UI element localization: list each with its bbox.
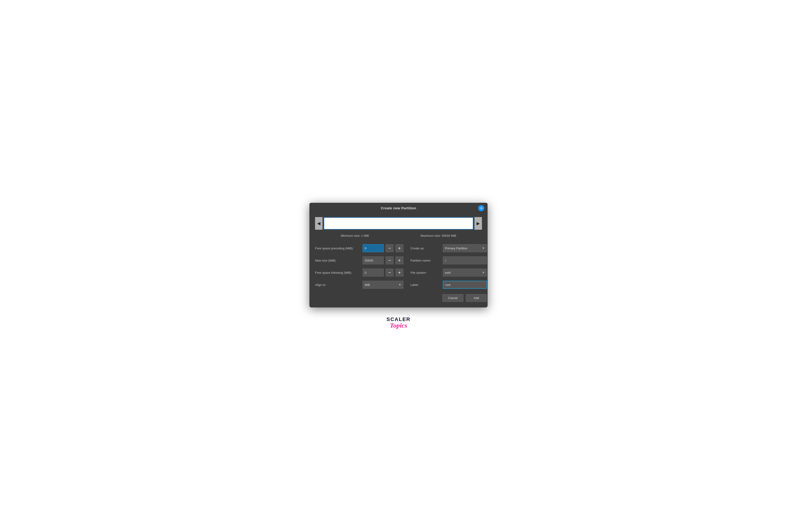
partition-bar-fill bbox=[324, 218, 473, 229]
file-system-label: File system: bbox=[411, 271, 441, 274]
free-space-following-label: Free space following (MiB): bbox=[315, 271, 361, 274]
create-as-value: Primary Partition bbox=[445, 247, 467, 250]
close-button[interactable]: × bbox=[478, 205, 484, 211]
min-size-label: Minimum size: 1 MiB bbox=[341, 234, 369, 238]
label-row: Label: bbox=[411, 279, 487, 291]
free-space-preceding-row: Free space preceding (MiB): − + bbox=[315, 242, 403, 254]
create-as-arrow: ▼ bbox=[482, 247, 485, 250]
free-space-following-row: Free space following (MiB): − + bbox=[315, 266, 403, 279]
file-system-row: File system: ext4 ▼ bbox=[411, 266, 487, 279]
label-input[interactable] bbox=[443, 281, 487, 289]
file-system-arrow: ▼ bbox=[482, 271, 485, 274]
right-arrow-button[interactable]: ▶ bbox=[474, 217, 482, 230]
left-section: Free space preceding (MiB): − + New size… bbox=[315, 242, 403, 302]
create-partition-dialog: Create new Partition × ◀ ▶ Minimum size:… bbox=[309, 203, 488, 307]
align-to-dropdown[interactable]: MiB ▼ bbox=[363, 281, 403, 289]
create-as-label: Create as: bbox=[411, 247, 441, 250]
logo-topics-text: Topics bbox=[390, 322, 407, 329]
add-button[interactable]: Add bbox=[466, 294, 487, 302]
right-section: Create as: Primary Partition ▼ Partition… bbox=[411, 242, 487, 302]
new-size-minus[interactable]: − bbox=[386, 256, 394, 264]
size-info: Minimum size: 1 MiB Maximum size: 50630 … bbox=[315, 234, 482, 238]
new-size-input[interactable] bbox=[363, 256, 384, 264]
free-space-following-plus[interactable]: + bbox=[396, 269, 403, 277]
free-space-preceding-minus[interactable]: − bbox=[386, 244, 394, 252]
partition-name-input[interactable] bbox=[443, 256, 487, 264]
dialog-content: ◀ ▶ Minimum size: 1 MiB Maximum size: 50… bbox=[309, 213, 488, 307]
free-space-preceding-plus[interactable]: + bbox=[396, 244, 403, 252]
partition-name-row: Partition name: bbox=[411, 254, 487, 266]
align-to-value: MiB bbox=[365, 283, 370, 287]
partition-name-label: Partition name: bbox=[411, 259, 441, 262]
new-size-row: New size (MiB): − + bbox=[315, 254, 403, 266]
new-size-plus[interactable]: + bbox=[396, 256, 403, 264]
free-space-preceding-label: Free space preceding (MiB): bbox=[315, 247, 361, 250]
logo-container: SCALER Topics bbox=[386, 317, 411, 329]
free-space-following-minus[interactable]: − bbox=[386, 269, 394, 277]
partition-visual: ◀ ▶ bbox=[315, 217, 482, 230]
logo-scaler-text: SCALER bbox=[386, 317, 411, 322]
buttons-row: Cancel Add bbox=[411, 294, 487, 302]
create-as-dropdown[interactable]: Primary Partition ▼ bbox=[443, 244, 487, 252]
free-space-following-input[interactable] bbox=[363, 269, 384, 277]
max-size-label: Maximum size: 50630 MiB bbox=[420, 234, 456, 238]
dialog-titlebar: Create new Partition × bbox=[309, 203, 488, 213]
partition-bar bbox=[324, 217, 473, 230]
dialog-title: Create new Partition bbox=[381, 206, 416, 210]
left-arrow-button[interactable]: ◀ bbox=[315, 217, 323, 230]
file-system-dropdown[interactable]: ext4 ▼ bbox=[443, 269, 487, 277]
align-to-arrow: ▼ bbox=[399, 283, 401, 286]
label-field-label: Label: bbox=[411, 283, 441, 287]
new-size-label: New size (MiB): bbox=[315, 259, 361, 262]
create-as-row: Create as: Primary Partition ▼ bbox=[411, 242, 487, 254]
file-system-value: ext4 bbox=[445, 271, 451, 274]
form-grid: Free space preceding (MiB): − + New size… bbox=[315, 242, 482, 302]
align-to-row: Align to: MiB ▼ bbox=[315, 279, 403, 291]
align-to-label: Align to: bbox=[315, 283, 361, 287]
free-space-preceding-input[interactable] bbox=[363, 244, 384, 252]
cancel-button[interactable]: Cancel bbox=[442, 294, 464, 302]
